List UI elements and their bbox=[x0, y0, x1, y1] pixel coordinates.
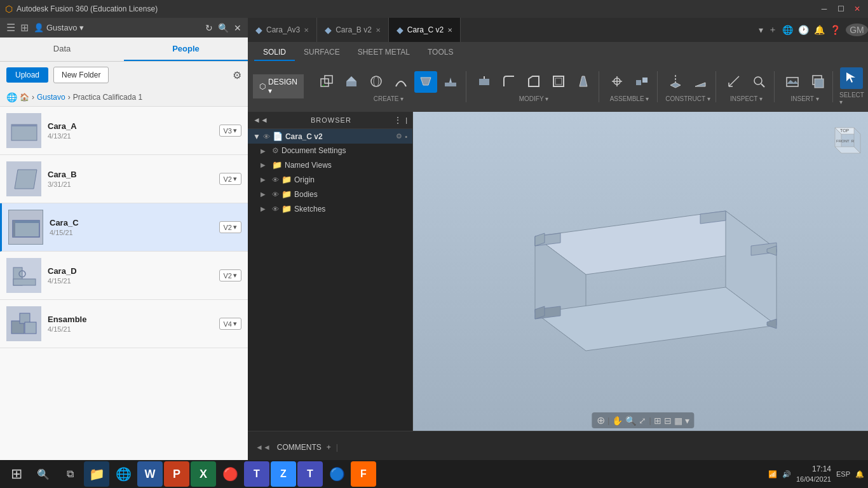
taskbar-zoom-button[interactable]: Z bbox=[271, 461, 296, 487]
display-settings-icon[interactable]: ⊟ bbox=[664, 416, 672, 426]
construct-angle-button[interactable] bbox=[689, 71, 712, 93]
shell-button[interactable] bbox=[547, 71, 570, 93]
design-dropdown[interactable]: ⬡ DESIGN ▾ bbox=[253, 74, 304, 98]
pan-icon[interactable]: ✋ bbox=[612, 416, 623, 426]
extrude-button[interactable] bbox=[340, 71, 363, 93]
document-tab-cara-av3[interactable]: ◆ Cara_Av3 ✕ bbox=[248, 18, 317, 42]
taskbar-network-icon[interactable]: 📶 bbox=[768, 470, 777, 478]
file-version[interactable]: V3 ▾ bbox=[219, 125, 241, 137]
eye-icon[interactable]: 👁 bbox=[272, 176, 279, 184]
construct-plane-button[interactable] bbox=[664, 71, 687, 93]
taskbar-teams2-button[interactable]: T bbox=[297, 461, 323, 487]
taskbar-excel-button[interactable]: X bbox=[191, 461, 216, 487]
search-icon[interactable]: 🔍 bbox=[218, 23, 229, 33]
comments-collapse-icon[interactable]: ◄◄ bbox=[255, 443, 271, 452]
document-tab-cara-cv2[interactable]: ◆ Cara_C v2 ✕ bbox=[389, 18, 461, 42]
fillet-button[interactable] bbox=[498, 71, 520, 93]
tab-help-icon[interactable]: ❓ bbox=[830, 25, 841, 35]
list-item[interactable]: Cara_C 4/15/21 V2 ▾ bbox=[0, 203, 248, 252]
sweep-button[interactable] bbox=[390, 71, 412, 93]
zoom-in-icon[interactable]: 🔍 bbox=[625, 416, 636, 426]
new-folder-button[interactable]: New Folder bbox=[53, 67, 109, 83]
eye-icon[interactable]: 👁 bbox=[272, 191, 279, 198]
press-pull-button[interactable] bbox=[473, 71, 496, 93]
chamfer-button[interactable] bbox=[522, 71, 545, 93]
user-menu-button[interactable]: 👤 Gustavo ▾ bbox=[34, 23, 84, 32]
draft-button[interactable] bbox=[572, 71, 595, 93]
upload-button[interactable]: Upload bbox=[6, 67, 48, 83]
maximize-button[interactable]: ☐ bbox=[835, 4, 846, 13]
select-button[interactable] bbox=[840, 67, 863, 89]
viewcube[interactable]: TOP FRONT R bbox=[822, 118, 867, 163]
tab-people[interactable]: People bbox=[124, 37, 248, 61]
insert-image-button[interactable] bbox=[781, 71, 804, 93]
taskbar-fusion-button[interactable]: F bbox=[351, 461, 376, 487]
browser-collapse-icon[interactable]: ◄◄ bbox=[253, 116, 268, 125]
list-item[interactable]: Cara_D 4/15/21 V2 ▾ bbox=[0, 252, 248, 300]
new-tab-button[interactable]: ＋ bbox=[768, 24, 777, 36]
browser-origin-item[interactable]: ▶ 👁 📁 Origin bbox=[248, 172, 412, 187]
inspect-button[interactable] bbox=[747, 71, 770, 93]
viewport[interactable]: TOP FRONT R bbox=[413, 112, 868, 431]
file-version[interactable]: V2 ▾ bbox=[219, 173, 241, 185]
revolve-button[interactable] bbox=[365, 71, 388, 93]
display-mode-icon[interactable]: ▦ bbox=[674, 416, 682, 426]
settings-icon[interactable]: ⚙ bbox=[233, 69, 241, 81]
taskbar-chrome2-button[interactable]: 🔵 bbox=[324, 461, 349, 487]
assemble-new-button[interactable] bbox=[606, 71, 628, 93]
taskbar-volume-icon[interactable]: 🔊 bbox=[782, 470, 791, 478]
tab-user-icon[interactable]: GM bbox=[846, 24, 868, 36]
taskbar-teams-button[interactable]: T bbox=[244, 461, 269, 487]
browser-sketches-item[interactable]: ▶ 👁 📁 Sketches bbox=[248, 201, 412, 216]
joint-button[interactable] bbox=[630, 71, 653, 93]
browser-eye-icon[interactable]: 👁 bbox=[263, 133, 270, 140]
tab-online-icon[interactable]: 🌐 bbox=[782, 25, 793, 35]
breadcrumb-home[interactable]: 🏠 bbox=[20, 93, 29, 102]
browser-pin-icon[interactable]: | bbox=[405, 116, 407, 124]
tab-clock-icon[interactable]: 🕐 bbox=[798, 25, 809, 35]
browser-options-dots-icon[interactable]: • bbox=[405, 133, 407, 140]
browser-document-settings-item[interactable]: ▶ ⚙ Document Settings bbox=[248, 144, 412, 158]
taskbar-search-button[interactable]: 🔍 bbox=[31, 461, 56, 487]
taskbar-edge-button[interactable]: 🌐 bbox=[111, 461, 136, 487]
tab-data[interactable]: Data bbox=[0, 37, 124, 61]
list-item[interactable]: Cara_B 3/31/21 V2 ▾ bbox=[0, 155, 248, 203]
tab-close-button[interactable]: ✕ bbox=[304, 27, 309, 34]
minimize-button[interactable]: ─ bbox=[818, 4, 830, 13]
file-version[interactable]: V4 ▾ bbox=[219, 318, 241, 330]
measure-button[interactable] bbox=[722, 71, 745, 93]
start-button[interactable]: ⊞ bbox=[4, 461, 29, 487]
taskbar-task-view-button[interactable]: ⧉ bbox=[57, 461, 83, 487]
app-menu-icon[interactable]: ☰ bbox=[6, 22, 15, 34]
loft-button[interactable] bbox=[414, 71, 437, 93]
eye-icon[interactable]: 👁 bbox=[272, 205, 279, 213]
insert-derive-button[interactable] bbox=[806, 71, 829, 93]
taskbar-file-explorer-button[interactable]: 📁 bbox=[84, 461, 109, 487]
close-panel-icon[interactable]: ✕ bbox=[234, 23, 241, 33]
browser-gear-icon[interactable]: ⚙ bbox=[396, 132, 402, 140]
toolbar-tab-sheet-metal[interactable]: SHEET METAL bbox=[349, 44, 419, 61]
tab-notification-icon[interactable]: 🔔 bbox=[814, 25, 825, 35]
close-button[interactable]: ✕ bbox=[851, 4, 863, 13]
file-version[interactable]: V2 ▾ bbox=[219, 269, 241, 281]
viewcube-icon[interactable]: TOP FRONT R bbox=[822, 118, 867, 163]
browser-options-icon[interactable]: ⋮ bbox=[394, 116, 402, 125]
list-item[interactable]: Cara_A 4/13/21 V3 ▾ bbox=[0, 107, 248, 155]
new-body-button[interactable]: + bbox=[315, 71, 338, 93]
toolbar-tab-solid[interactable]: SOLID bbox=[254, 44, 295, 61]
grid-icon[interactable]: ⊞ bbox=[20, 22, 29, 34]
toolbar-tab-surface[interactable]: SURFACE bbox=[295, 44, 349, 61]
taskbar-chrome-button[interactable]: 🔴 bbox=[217, 461, 243, 487]
breadcrumb-user[interactable]: Gustavo bbox=[37, 93, 65, 102]
browser-root-item[interactable]: ▼ 👁 📄 Cara_C v2 ⚙ • bbox=[248, 129, 412, 144]
browser-named-views-item[interactable]: ▶ 📁 Named Views bbox=[248, 158, 412, 172]
browser-bodies-item[interactable]: ▶ 👁 📁 Bodies bbox=[248, 187, 412, 201]
toolbar-tab-tools[interactable]: TOOLS bbox=[419, 44, 462, 61]
more-options-icon[interactable]: ▾ bbox=[685, 416, 689, 426]
comments-add-button[interactable]: + bbox=[327, 443, 331, 452]
taskbar-notification-icon[interactable]: 🔔 bbox=[855, 470, 864, 478]
zoom-extend-icon[interactable]: ⤢ bbox=[639, 416, 646, 426]
taskbar-clock[interactable]: 17:14 16/04/2021 bbox=[796, 464, 831, 484]
display-grid-icon[interactable]: ⊞ bbox=[654, 416, 661, 426]
window-controls[interactable]: ─ ☐ ✕ bbox=[818, 4, 863, 13]
